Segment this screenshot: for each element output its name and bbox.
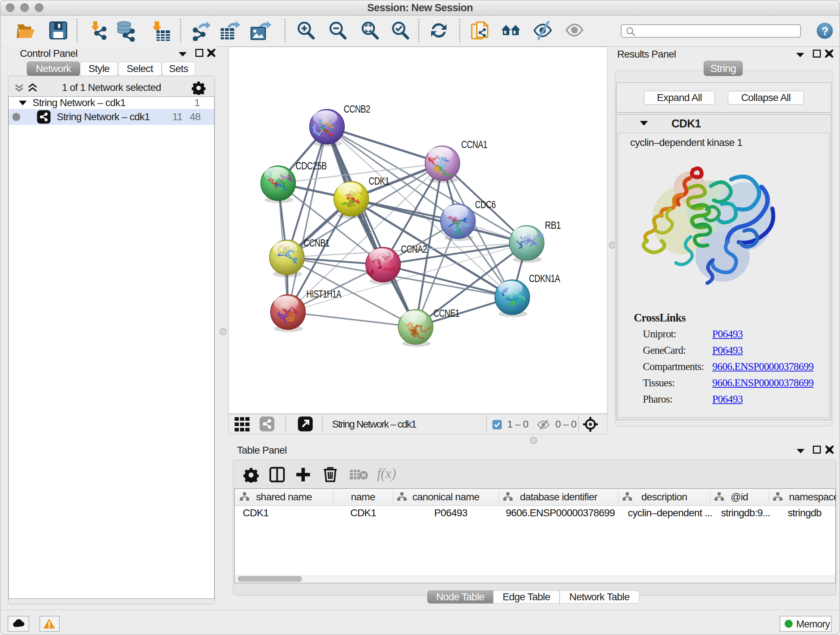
svg-text:CDC6: CDC6 [475,199,496,211]
svg-text:CCNB2: CCNB2 [344,103,370,115]
svg-text:CCNA1: CCNA1 [461,139,487,150]
svg-text:?: ? [821,25,828,38]
svg-text:HIST1H1A: HIST1H1A [306,288,341,300]
svg-text:CDC25B: CDC25B [295,160,327,172]
svg-text:CDKN1A: CDKN1A [529,272,561,284]
svg-text:CCNE1: CCNE1 [433,307,459,319]
svg-text:CDK1: CDK1 [369,175,389,187]
svg-text:RB1: RB1 [545,219,561,231]
svg-text:CCNB1: CCNB1 [303,237,330,249]
svg-text:CCNA2: CCNA2 [401,243,427,255]
